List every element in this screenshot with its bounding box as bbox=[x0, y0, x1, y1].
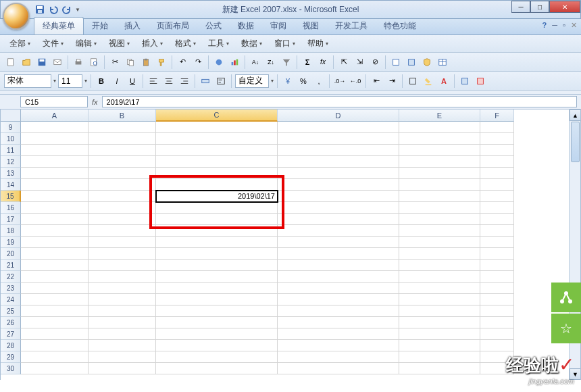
cell-F17[interactable] bbox=[480, 214, 514, 225]
cell-A26[interactable] bbox=[21, 317, 89, 328]
mail-icon[interactable] bbox=[51, 55, 64, 69]
cell-C25[interactable] bbox=[156, 305, 278, 317]
column-header-C[interactable]: C bbox=[156, 109, 278, 122]
cell-E28[interactable] bbox=[399, 340, 480, 351]
align-center-icon[interactable] bbox=[162, 74, 176, 88]
cell-A25[interactable] bbox=[21, 305, 89, 317]
cell-D19[interactable] bbox=[278, 237, 399, 248]
cell-B24[interactable] bbox=[89, 294, 156, 305]
cell-D26[interactable] bbox=[278, 317, 399, 328]
cell-E26[interactable] bbox=[399, 317, 480, 328]
cell-D29[interactable] bbox=[278, 351, 399, 363]
macros-icon[interactable] bbox=[389, 55, 403, 69]
cell-F21[interactable] bbox=[480, 260, 514, 271]
cell-D16[interactable] bbox=[278, 202, 399, 214]
cell-B26[interactable] bbox=[89, 317, 156, 328]
cell-A23[interactable] bbox=[21, 283, 89, 294]
font-size-dropdown-icon[interactable]: ▾ bbox=[84, 78, 87, 84]
cell-B28[interactable] bbox=[89, 340, 156, 351]
row-header-22[interactable]: 22 bbox=[1, 271, 21, 283]
tab-insert[interactable]: 插入 bbox=[116, 18, 149, 34]
row-header-20[interactable]: 20 bbox=[1, 248, 21, 260]
cell-F14[interactable] bbox=[480, 179, 514, 191]
cell-D18[interactable] bbox=[278, 225, 399, 237]
font-color-icon[interactable]: A bbox=[437, 74, 451, 88]
cell-E22[interactable] bbox=[399, 271, 480, 283]
cell-A17[interactable] bbox=[21, 214, 89, 225]
menu-window[interactable]: 窗口▾ bbox=[269, 36, 301, 51]
cell-D21[interactable] bbox=[278, 260, 399, 271]
cell-B21[interactable] bbox=[89, 260, 156, 271]
cell-A11[interactable] bbox=[21, 145, 89, 156]
row-header-21[interactable]: 21 bbox=[1, 260, 21, 271]
cell-C27[interactable] bbox=[156, 328, 278, 340]
cell-A29[interactable] bbox=[21, 351, 89, 363]
cell-F12[interactable] bbox=[480, 156, 514, 168]
cell-F11[interactable] bbox=[480, 145, 514, 156]
redo-icon[interactable]: ↷ bbox=[191, 55, 205, 69]
tab-view[interactable]: 视图 bbox=[295, 18, 327, 34]
row-header-25[interactable]: 25 bbox=[1, 305, 21, 317]
cell-B9[interactable] bbox=[89, 122, 156, 133]
row-header-23[interactable]: 23 bbox=[1, 283, 21, 294]
tab-formulas[interactable]: 公式 bbox=[197, 18, 230, 34]
cell-B11[interactable] bbox=[89, 145, 156, 156]
sort-desc-icon[interactable]: Z↓ bbox=[264, 55, 278, 69]
grid[interactable]: ABCDEF91011121314152019\02\1716171819202… bbox=[1, 109, 580, 374]
tab-developer[interactable]: 开发工具 bbox=[327, 18, 376, 34]
table-icon[interactable] bbox=[436, 55, 449, 69]
cell-C16[interactable] bbox=[156, 202, 278, 214]
chart-icon[interactable] bbox=[228, 55, 241, 69]
menu-view[interactable]: 视图▾ bbox=[103, 36, 135, 51]
cell-F10[interactable] bbox=[480, 133, 514, 145]
cell-F15[interactable] bbox=[480, 191, 514, 202]
cell-D28[interactable] bbox=[278, 340, 399, 351]
row-header-11[interactable]: 11 bbox=[1, 145, 21, 156]
cell-C12[interactable] bbox=[156, 156, 278, 168]
cell-A20[interactable] bbox=[21, 248, 89, 260]
cell-D9[interactable] bbox=[278, 122, 399, 133]
menu-all[interactable]: 全部▾ bbox=[4, 36, 36, 51]
form-icon[interactable] bbox=[405, 55, 418, 69]
wrap-text-icon[interactable] bbox=[214, 74, 228, 88]
security-icon[interactable] bbox=[420, 55, 434, 69]
cell-E30[interactable] bbox=[399, 363, 480, 374]
cell-C15[interactable]: 2019\02\17 bbox=[156, 191, 278, 202]
restore-ribbon-icon[interactable]: ▫ bbox=[563, 21, 565, 30]
star-badge[interactable]: ☆ bbox=[551, 314, 581, 343]
scroll-thumb[interactable] bbox=[571, 122, 580, 162]
cell-F13[interactable] bbox=[480, 168, 514, 179]
menu-insert[interactable]: 插入▾ bbox=[136, 36, 168, 51]
row-header-10[interactable]: 10 bbox=[1, 133, 21, 145]
trace-dependents-icon[interactable]: ⇲ bbox=[353, 55, 366, 69]
print-icon[interactable] bbox=[72, 55, 85, 69]
fx-icon[interactable]: fx bbox=[92, 98, 98, 106]
cell-B12[interactable] bbox=[89, 156, 156, 168]
fill-color-icon[interactable] bbox=[422, 74, 435, 88]
column-header-B[interactable]: B bbox=[89, 109, 156, 122]
cell-D24[interactable] bbox=[278, 294, 399, 305]
row-header-19[interactable]: 19 bbox=[1, 237, 21, 248]
cell-A24[interactable] bbox=[21, 294, 89, 305]
insert-cells-icon[interactable] bbox=[458, 74, 472, 88]
row-header-28[interactable]: 28 bbox=[1, 340, 21, 351]
cell-F19[interactable] bbox=[480, 237, 514, 248]
borders-icon[interactable] bbox=[406, 74, 420, 88]
minimize-ribbon-icon[interactable]: ─ bbox=[552, 21, 557, 30]
select-all-corner[interactable] bbox=[1, 109, 21, 122]
new-icon[interactable] bbox=[4, 55, 18, 69]
cell-E21[interactable] bbox=[399, 260, 480, 271]
cell-E16[interactable] bbox=[399, 202, 480, 214]
cell-E29[interactable] bbox=[399, 351, 480, 363]
cell-B18[interactable] bbox=[89, 225, 156, 237]
autosum-icon[interactable]: Σ bbox=[301, 55, 314, 69]
row-header-24[interactable]: 24 bbox=[1, 294, 21, 305]
cell-A28[interactable] bbox=[21, 340, 89, 351]
cell-E27[interactable] bbox=[399, 328, 480, 340]
cell-B30[interactable] bbox=[89, 363, 156, 374]
cell-E15[interactable] bbox=[399, 191, 480, 202]
help-icon[interactable]: ? bbox=[542, 21, 547, 30]
bold-button[interactable]: B bbox=[95, 74, 108, 88]
cell-D11[interactable] bbox=[278, 145, 399, 156]
cell-D13[interactable] bbox=[278, 168, 399, 179]
